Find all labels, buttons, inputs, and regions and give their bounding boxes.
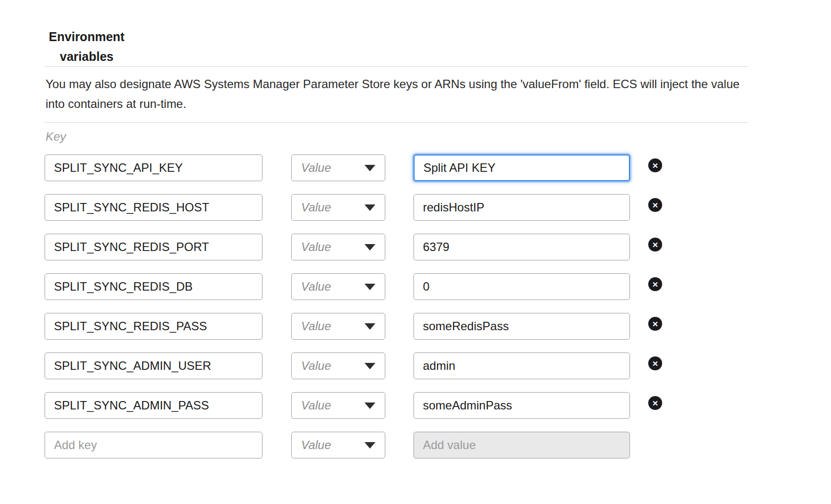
value-input[interactable]: [414, 273, 630, 300]
key-column-header: Key: [46, 130, 748, 144]
chevron-down-icon: [364, 165, 375, 171]
value-type-label: Value: [301, 240, 331, 254]
env-variable-row: Value ✕: [45, 194, 748, 221]
divider: [45, 66, 748, 67]
divider: [45, 122, 748, 123]
value-input[interactable]: [414, 313, 630, 340]
chevron-down-icon: [364, 284, 375, 290]
env-variable-row: Value ✕: [45, 392, 748, 419]
close-icon: ✕: [652, 320, 659, 328]
value-type-select[interactable]: Value: [291, 273, 385, 300]
environment-variables-section: Environment variables You may also desig…: [0, 0, 831, 504]
key-input[interactable]: [45, 432, 262, 458]
remove-row-button[interactable]: ✕: [648, 396, 662, 410]
value-input[interactable]: [414, 392, 630, 419]
remove-row-button[interactable]: ✕: [648, 238, 662, 252]
key-input[interactable]: [45, 313, 262, 340]
remove-row-button[interactable]: ✕: [648, 198, 662, 212]
chevron-down-icon: [364, 363, 375, 369]
value-input[interactable]: [414, 234, 630, 260]
env-variable-row: Value ✕: [45, 154, 748, 181]
close-icon: ✕: [652, 281, 659, 288]
chevron-down-icon: [364, 442, 375, 449]
section-label-line1: Environment: [34, 27, 140, 47]
value-type-select[interactable]: Value: [291, 234, 385, 260]
key-input[interactable]: [45, 392, 262, 419]
env-variable-row: Value: [45, 432, 748, 458]
section-label: Environment variables: [34, 27, 140, 66]
value-input[interactable]: [414, 432, 630, 458]
remove-row-button[interactable]: ✕: [648, 277, 662, 291]
env-variable-rows: Value ✕ Value ✕ Value ✕ Value: [45, 154, 748, 458]
close-icon: ✕: [652, 400, 659, 407]
value-input[interactable]: [414, 353, 630, 379]
close-icon: ✕: [652, 202, 659, 209]
value-type-select[interactable]: Value: [291, 154, 385, 181]
chevron-down-icon: [364, 403, 375, 409]
value-type-label: Value: [301, 280, 331, 294]
value-input[interactable]: [414, 194, 630, 221]
chevron-down-icon: [364, 323, 375, 330]
key-input[interactable]: [45, 353, 262, 379]
value-type-label: Value: [301, 161, 331, 175]
env-variable-row: Value ✕: [45, 273, 748, 300]
close-icon: ✕: [652, 241, 659, 249]
value-type-label: Value: [301, 201, 331, 214]
key-input[interactable]: [45, 154, 262, 181]
value-type-label: Value: [301, 359, 331, 373]
value-type-select[interactable]: Value: [291, 313, 385, 340]
key-input[interactable]: [45, 194, 262, 221]
env-variable-row: Value ✕: [45, 313, 748, 340]
remove-row-button[interactable]: ✕: [648, 356, 662, 370]
value-input[interactable]: [414, 154, 630, 181]
chevron-down-icon: [364, 244, 375, 251]
close-icon: ✕: [652, 162, 659, 169]
value-type-select[interactable]: Value: [291, 353, 385, 379]
value-type-select[interactable]: Value: [291, 432, 385, 458]
remove-row-button[interactable]: ✕: [648, 317, 662, 331]
value-type-label: Value: [301, 399, 331, 412]
remove-row-button[interactable]: ✕: [648, 158, 662, 172]
env-variable-row: Value ✕: [45, 353, 748, 379]
chevron-down-icon: [364, 204, 375, 211]
key-input[interactable]: [45, 234, 262, 260]
close-icon: ✕: [652, 360, 659, 367]
value-type-select[interactable]: Value: [291, 194, 385, 221]
section-content: You may also designate AWS Systems Manag…: [45, 66, 748, 458]
env-variable-row: Value ✕: [45, 234, 748, 260]
help-text: You may also designate AWS Systems Manag…: [46, 74, 748, 114]
value-type-label: Value: [301, 438, 331, 452]
value-type-select[interactable]: Value: [291, 392, 385, 419]
section-label-line2: variables: [34, 47, 140, 66]
value-type-label: Value: [301, 319, 331, 333]
key-input[interactable]: [45, 273, 262, 300]
